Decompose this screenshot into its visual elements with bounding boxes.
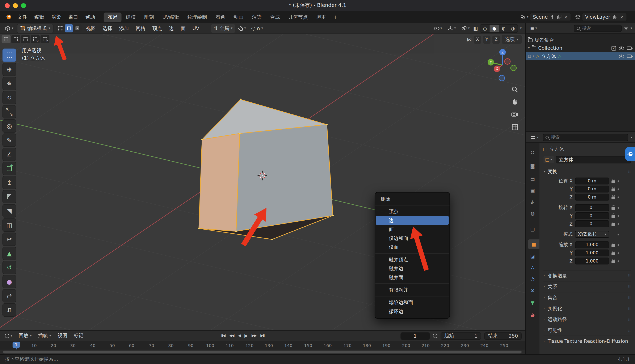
lock-icon[interactable] — [611, 223, 615, 226]
lock-icon[interactable] — [611, 188, 615, 191]
shading-options-chevron[interactable]: ▾ — [520, 27, 522, 30]
section-delta-transform[interactable]: › 变换增量 ⠿ — [543, 270, 631, 281]
menu-render[interactable]: 渲染 — [48, 14, 65, 20]
tab-world[interactable]: ◍ — [527, 209, 538, 218]
outliner-row-scene-collection[interactable]: 场景集合 — [526, 36, 635, 44]
add-workspace-button[interactable]: + — [331, 13, 340, 21]
scene-name[interactable]: Scene — [533, 14, 548, 20]
menu-item-dissolve-edges[interactable]: 融并边 — [376, 264, 449, 273]
properties-editor-type-button[interactable]: ▾ — [529, 134, 540, 140]
drag-handle-icon[interactable]: ⠿ — [628, 170, 631, 174]
viewport-menu-edge[interactable]: 边 — [166, 25, 176, 32]
tool-smooth-button[interactable]: ● — [3, 275, 16, 288]
workspace-tab-rendering[interactable]: 渲染 — [248, 12, 266, 22]
workspace-tab-scripting[interactable]: 脚本 — [312, 12, 330, 22]
tab-constraints[interactable]: ⊗ — [527, 286, 538, 295]
mirror-z-button[interactable]: Z — [492, 36, 500, 44]
animate-dot[interactable] — [617, 188, 619, 190]
tool-knife-button[interactable]: ✂ — [3, 232, 16, 246]
workspace-tab-layout[interactable]: 布局 — [104, 12, 122, 22]
timeline-menu-view[interactable]: 视图 — [56, 332, 69, 339]
animate-dot[interactable] — [617, 180, 619, 182]
tab-render[interactable]: ◙ — [527, 161, 538, 171]
new-scene-icon[interactable] — [557, 14, 561, 19]
viewport-menu-add[interactable]: 添加 — [117, 25, 131, 32]
new-viewlayer-icon[interactable] — [613, 14, 617, 19]
menu-file[interactable]: 文件 — [14, 14, 31, 20]
mode-dropdown[interactable]: 编辑模式 ▾ — [17, 24, 54, 33]
lock-icon[interactable] — [611, 196, 615, 199]
timeline-scrollbar[interactable] — [0, 349, 525, 354]
options-dropdown[interactable]: 选项 ▾ — [502, 35, 522, 44]
menu-item-dissolve-vertices[interactable]: 融并顶点 — [376, 255, 449, 264]
lock-icon[interactable] — [611, 180, 615, 183]
tab-collection[interactable]: ▢ — [527, 224, 538, 234]
animate-dot[interactable] — [617, 196, 619, 198]
workspace-tab-modeling[interactable]: 建模 — [122, 12, 140, 22]
workspace-tab-uv[interactable]: UV编辑 — [158, 12, 183, 22]
disable-render-icon[interactable] — [627, 54, 632, 58]
scale-y-field[interactable]: 1.000 — [575, 250, 609, 256]
location-y-field[interactable]: 0 m — [575, 186, 609, 192]
chevron-down-icon[interactable]: ▾ — [527, 15, 529, 18]
timeline-ruler[interactable]: 10 20 30 40 50 60 70 80 90 100 110 120 1… — [0, 341, 525, 350]
tab-material[interactable]: ◕ — [527, 310, 538, 320]
tool-scale-button[interactable]: ↖↘ — [3, 105, 16, 118]
pin-icon[interactable] — [550, 14, 554, 19]
viewport-canvas[interactable]: + − × ∩ ⋈ X Y Z 选项 ▾ 用户透视 (1) 立方体 ⊕ ↔↕ ↻… — [0, 34, 525, 330]
timeline-menu-keying[interactable]: 插帧▾ — [37, 332, 53, 339]
outliner-row-cube[interactable]: › △ 立方体 △ — [526, 52, 635, 60]
tab-object[interactable]: ■ — [528, 240, 539, 249]
prev-keyframe-button[interactable]: ◀◀ — [229, 334, 234, 338]
tool-measure-button[interactable]: ∠ — [3, 148, 16, 161]
lock-icon[interactable] — [611, 215, 615, 218]
shading-rendered-button[interactable]: ◑ — [508, 24, 517, 32]
lock-icon[interactable] — [611, 252, 615, 255]
properties-search[interactable] — [543, 134, 628, 141]
location-x-field[interactable]: 0 m — [575, 178, 609, 184]
workspace-tab-compositing[interactable]: 合成 — [266, 12, 284, 22]
object-name-field[interactable]: 立方体 — [556, 156, 631, 163]
rotation-mode-dropdown[interactable]: XYZ 欧拉 ▾ — [575, 231, 609, 238]
viewport-menu-uv[interactable]: UV — [190, 25, 202, 31]
tool-extrude-button[interactable]: ↥ — [3, 176, 16, 189]
section-motion-paths[interactable]: › 运动路径 ⠿ — [543, 314, 631, 325]
tab-particles[interactable]: ∴ — [527, 263, 538, 272]
tool-add-cube-button[interactable] — [3, 162, 16, 175]
tool-inset-button[interactable]: 回 — [3, 190, 16, 204]
tool-box-select-button[interactable] — [3, 48, 16, 62]
vertex-select-button[interactable] — [56, 24, 65, 32]
pan-view-button[interactable] — [509, 97, 520, 107]
section-relations[interactable]: › 关系 ⠿ — [543, 281, 631, 292]
close-window-button[interactable] — [5, 3, 10, 8]
menu-window[interactable]: 窗口 — [65, 14, 82, 20]
tab-scene[interactable]: ◭ — [527, 197, 538, 206]
editor-type-button[interactable]: ▾ — [3, 25, 15, 32]
scene-icon[interactable] — [520, 14, 526, 19]
tool-shrink-fatten-button[interactable]: ⇵ — [3, 303, 16, 316]
tab-tool[interactable]: ⊚ — [527, 148, 538, 157]
blender-logo-icon[interactable] — [4, 14, 12, 20]
timeline-menu-playback[interactable]: 回放▾ — [17, 332, 33, 339]
workspace-tab-texture-paint[interactable]: 纹理绘制 — [183, 12, 211, 22]
frame-start-field[interactable]: 起始 1 — [441, 332, 481, 340]
section-collections[interactable]: › 集合 ⠿ — [543, 292, 631, 303]
expand-icon[interactable]: ▾ — [528, 46, 530, 50]
remove-viewlayer-icon[interactable]: × — [620, 15, 624, 19]
hide-icon[interactable] — [619, 46, 624, 50]
filter-icon[interactable] — [624, 27, 628, 30]
checkbox-icon[interactable]: ✓ — [611, 46, 616, 50]
zoom-view-button[interactable] — [509, 84, 520, 94]
menu-item-edge-loops[interactable]: 循环边 — [376, 307, 449, 316]
cube-object[interactable] — [198, 99, 334, 240]
animate-dot[interactable] — [617, 260, 619, 262]
rotation-z-field[interactable]: 0° — [575, 220, 609, 227]
viewport-menu-view[interactable]: 视图 — [83, 25, 98, 32]
section-visibility[interactable]: › 可见性 ⠿ — [543, 325, 631, 336]
rotation-x-field[interactable]: 0° — [575, 204, 609, 211]
menu-item-dissolve-faces[interactable]: 融并面 — [376, 273, 449, 282]
menu-item-only-edges-faces[interactable]: 仅边和面 — [376, 234, 449, 242]
select-invert-button[interactable]: × — [31, 35, 40, 44]
animate-dot[interactable] — [617, 207, 619, 208]
menu-item-only-faces[interactable]: 仅面 — [376, 242, 449, 252]
